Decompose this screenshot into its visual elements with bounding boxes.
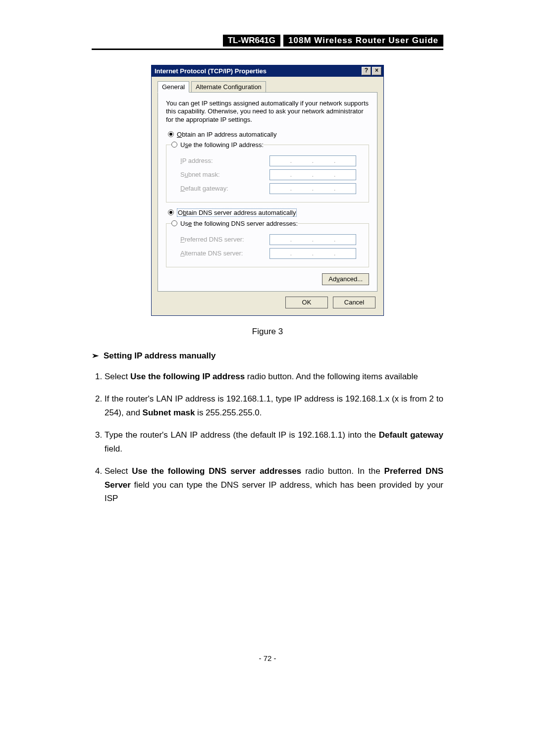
label-default-gateway: Default gateway: — [180, 185, 269, 192]
input-alternate-dns[interactable]: ... — [269, 248, 356, 259]
dialog-body: General Alternate Configuration You can … — [152, 77, 383, 315]
radio-icon — [168, 209, 174, 215]
radio-label: Use the following IP address: — [180, 141, 264, 149]
header-title: 108M Wireless Router User Guide — [283, 35, 443, 47]
input-subnet-mask[interactable]: ... — [269, 169, 356, 180]
header: TL-WR641G 108M Wireless Router User Guid… — [92, 35, 443, 50]
label-preferred-dns: Preferred DNS server: — [180, 236, 269, 243]
page-number: - 72 - — [92, 654, 443, 662]
radio-label: Obtain DNS server address automatically — [177, 208, 297, 217]
ip-group: Use the following IP address: IP address… — [166, 141, 369, 202]
radio-label: Obtain an IP address automatically — [177, 131, 276, 138]
step-3: Type the router's LAN IP address (the de… — [105, 428, 443, 455]
label-subnet-mask: Subnet mask: — [180, 171, 269, 178]
intro-text: You can get IP settings assigned automat… — [166, 100, 369, 124]
radio-use-dns[interactable]: Use the following DNS server addresses: — [171, 220, 298, 227]
input-ip-address[interactable]: ... — [269, 155, 356, 166]
tab-panel: You can get IP settings assigned automat… — [158, 92, 377, 292]
step-1: Select Use the following IP address radi… — [105, 370, 443, 384]
step-2: If the router's LAN IP address is 192.16… — [105, 392, 443, 419]
close-icon[interactable]: × — [372, 67, 381, 75]
section-heading: ➢ Setting IP address manually — [92, 351, 443, 361]
radio-use-ip[interactable]: Use the following IP address: — [171, 141, 264, 149]
cancel-button[interactable]: Cancel — [333, 297, 375, 308]
header-model: TL-WR641G — [223, 35, 280, 47]
tabs: General Alternate Configuration — [158, 81, 377, 93]
title-bar: Internet Protocol (TCP/IP) Properties ? … — [152, 65, 383, 77]
tab-general[interactable]: General — [158, 81, 189, 93]
dialog-title: Internet Protocol (TCP/IP) Properties — [155, 67, 362, 75]
radio-icon — [171, 142, 177, 148]
title-buttons: ? × — [362, 67, 381, 75]
step-4: Select Use the following DNS server addr… — [105, 464, 443, 505]
input-preferred-dns[interactable]: ... — [269, 234, 356, 245]
steps-list: Select Use the following IP address radi… — [92, 370, 443, 505]
input-default-gateway[interactable]: ... — [269, 183, 356, 194]
ok-button[interactable]: OK — [285, 297, 328, 308]
label-ip-address: IP address: — [180, 157, 269, 164]
radio-obtain-ip[interactable]: Obtain an IP address automatically — [168, 131, 369, 138]
radio-icon — [171, 220, 177, 226]
radio-obtain-dns[interactable]: Obtain DNS server address automatically — [168, 208, 369, 217]
section-heading-text: Setting IP address manually — [104, 351, 215, 361]
help-icon[interactable]: ? — [362, 67, 371, 75]
tcpip-properties-dialog: Internet Protocol (TCP/IP) Properties ? … — [151, 65, 384, 316]
radio-label: Use the following DNS server addresses: — [180, 220, 298, 227]
page: TL-WR641G 108M Wireless Router User Guid… — [0, 0, 535, 692]
dns-group: Use the following DNS server addresses: … — [166, 220, 369, 267]
figure-label: Figure 3 — [92, 327, 443, 337]
label-alternate-dns: Alternate DNS server: — [180, 250, 269, 257]
advanced-button[interactable]: Advanced... — [322, 273, 369, 285]
bullet-arrow-icon: ➢ — [92, 351, 99, 361]
radio-icon — [168, 131, 174, 137]
dialog-buttons: OK Cancel — [158, 292, 377, 309]
tab-alternate-configuration[interactable]: Alternate Configuration — [191, 81, 266, 92]
